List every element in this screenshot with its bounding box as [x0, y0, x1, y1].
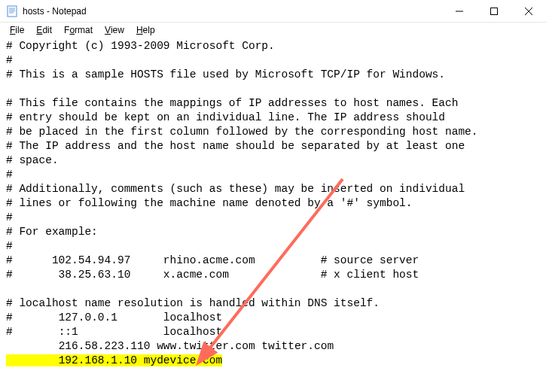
menu-file[interactable]: File — [5, 24, 29, 36]
window-title: hosts - Notepad — [23, 6, 442, 17]
text-line: # 38.25.63.10 x.acme.com # x client host — [6, 268, 540, 282]
text-line: # 127.0.0.1 localhost — [6, 311, 540, 325]
text-line: # be placed in the first column followed… — [6, 125, 540, 139]
text-line: # — [6, 168, 540, 182]
highlighted-entry: 192.168.1.10 mydevice.com — [6, 354, 540, 368]
text-line: 216.58.223.110 www.twitter.com twitter.c… — [6, 339, 540, 354]
text-line: # localhost name resolution is handled w… — [6, 296, 540, 311]
close-button[interactable] — [511, 0, 546, 22]
text-line: # 102.54.94.97 rhino.acme.com # source s… — [6, 254, 540, 268]
text-line: # The IP address and the host name shoul… — [6, 139, 540, 153]
menu-help[interactable]: Help — [131, 24, 160, 36]
text-line: # This is a sample HOSTS file used by Mi… — [6, 68, 540, 82]
minimize-button[interactable] — [442, 0, 477, 22]
menu-view[interactable]: View — [99, 24, 130, 36]
text-line: # — [6, 239, 540, 254]
notepad-icon — [6, 5, 18, 17]
svg-rect-6 — [491, 8, 498, 14]
text-line: # This file contains the mappings of IP … — [6, 96, 540, 111]
text-line — [6, 282, 540, 296]
menu-format[interactable]: Format — [59, 24, 98, 36]
text-editor-area[interactable]: # Copyright (c) 1993-2009 Microsoft Corp… — [0, 38, 546, 392]
text-line: # lines or following the machine name de… — [6, 196, 540, 211]
text-line — [6, 82, 540, 96]
text-line: # For example: — [6, 225, 540, 239]
text-line: # Additionally, comments (such as these)… — [6, 182, 540, 196]
window-controls — [442, 0, 546, 22]
text-line: # — [6, 211, 540, 225]
text-line: # — [6, 53, 540, 68]
text-content: # Copyright (c) 1993-2009 Microsoft Corp… — [6, 39, 540, 354]
text-line: # entry should be kept on an individual … — [6, 111, 540, 125]
menu-edit[interactable]: Edit — [31, 24, 57, 36]
titlebar: hosts - Notepad — [0, 0, 546, 23]
maximize-button[interactable] — [477, 0, 511, 22]
text-line: # space. — [6, 153, 540, 168]
text-line: # ::1 localhost — [6, 325, 540, 339]
menubar: File Edit Format View Help — [0, 23, 546, 38]
text-line: # Copyright (c) 1993-2009 Microsoft Corp… — [6, 39, 540, 53]
